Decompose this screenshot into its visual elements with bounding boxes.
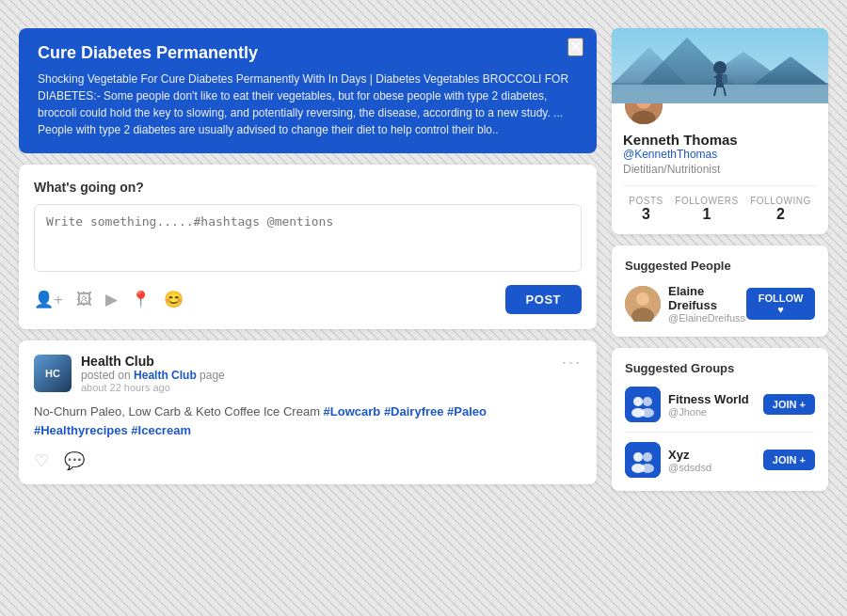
svg-point-25 — [643, 452, 652, 462]
group-text-1: Fitness World @Jhone — [668, 392, 749, 418]
right-column: Kenneth Thomas @KennethThomas Dietitian/… — [612, 28, 828, 491]
cover-scene — [612, 28, 828, 103]
stat-posts: POSTS 3 — [629, 196, 663, 223]
suggested-people-heading: Suggested People — [625, 259, 815, 273]
stat-following-value: 2 — [750, 206, 811, 223]
main-container: ✕ Cure Diabetes Permanently Shocking Veg… — [19, 19, 828, 500]
group-handle-2: @sdsdsd — [668, 462, 711, 473]
group-name-1: Fitness World — [668, 392, 749, 406]
profile-role: Dietitian/Nutritionist — [623, 163, 817, 176]
emoji-icon[interactable]: 😊 — [164, 290, 184, 309]
profile-handle: @KennethThomas — [623, 148, 817, 161]
svg-rect-11 — [722, 74, 727, 84]
ad-close-button[interactable]: ✕ — [567, 38, 583, 56]
group-handle-1: @Jhone — [668, 406, 749, 418]
group-text-2: Xyz @sdsdsd — [668, 448, 711, 473]
post-heading: What's going on? — [34, 180, 582, 195]
like-icon[interactable]: ♡ — [34, 450, 49, 471]
video-icon[interactable]: ▶ — [105, 290, 118, 309]
location-icon[interactable]: 📍 — [131, 290, 151, 309]
feed-post-source: posted on Health Club page — [81, 369, 225, 382]
suggested-person-avatar — [625, 286, 661, 322]
profile-info: Kenneth Thomas @KennethThomas Dietitian/… — [612, 85, 828, 234]
ad-body: Shocking Vegetable For Cure Diabetes Per… — [38, 71, 578, 138]
divider — [625, 432, 815, 433]
feed-content: No-Churn Paleo, Low Carb & Keto Coffee I… — [34, 403, 582, 439]
suggested-group-info-2: Xyz @sdsdsd — [625, 442, 711, 478]
suggested-person-item: Elaine Dreifuss @ElaineDreifuss FOLLOW ♥ — [625, 284, 815, 324]
svg-point-6 — [713, 61, 727, 74]
post-box: What's going on? 👤+ 🖼 ▶ 📍 😊 POST — [19, 165, 597, 329]
comment-icon[interactable]: 💬 — [64, 450, 85, 471]
feed-author-avatar: HC — [34, 355, 72, 392]
group-avatar-1 — [625, 387, 661, 422]
join-button-1[interactable]: JOIN + — [763, 394, 815, 415]
feed-more-button[interactable]: ··· — [562, 354, 582, 371]
svg-point-22 — [641, 408, 654, 418]
stat-followers-value: 1 — [675, 206, 738, 223]
svg-point-19 — [633, 397, 643, 406]
post-actions: 👤+ 🖼 ▶ 📍 😊 POST — [34, 285, 582, 314]
stat-posts-value: 3 — [629, 206, 663, 223]
stat-followers-label: FOLLOWERS — [675, 196, 738, 206]
suggested-group-item-2: Xyz @sdsdsd JOIN + — [625, 442, 815, 478]
suggested-group-item-1: Fitness World @Jhone JOIN + — [625, 387, 815, 422]
join-button-2[interactable]: JOIN + — [763, 450, 815, 470]
image-icon[interactable]: 🖼 — [76, 291, 92, 309]
post-icons: 👤+ 🖼 ▶ 📍 😊 — [34, 290, 184, 309]
svg-point-16 — [636, 292, 649, 306]
add-person-icon[interactable]: 👤+ — [34, 290, 63, 309]
left-column: ✕ Cure Diabetes Permanently Shocking Veg… — [19, 28, 597, 491]
profile-cover — [612, 28, 828, 103]
feed-text: No-Churn Paleo, Low Carb & Keto Coffee I… — [34, 404, 320, 419]
suggested-person: Elaine Dreifuss @ElaineDreifuss — [625, 284, 746, 324]
svg-point-20 — [643, 397, 652, 406]
ad-banner: ✕ Cure Diabetes Permanently Shocking Veg… — [19, 28, 597, 153]
stat-following: FOLLOWING 2 — [750, 196, 811, 223]
feed-timestamp: about 22 hours ago — [81, 382, 225, 393]
feed-header: HC Health Club posted on Health Club pag… — [34, 354, 582, 393]
suggested-groups-heading: Suggested Groups — [625, 361, 815, 375]
suggested-group-info-1: Fitness World @Jhone — [625, 387, 749, 422]
feed-card: HC Health Club posted on Health Club pag… — [19, 340, 597, 484]
ad-title: Cure Diabetes Permanently — [38, 43, 578, 63]
stat-followers: FOLLOWERS 1 — [675, 196, 738, 223]
stat-posts-label: POSTS — [629, 196, 663, 206]
feed-author-info: Health Club posted on Health Club page a… — [81, 354, 225, 393]
svg-point-27 — [641, 464, 654, 473]
post-button[interactable]: POST — [505, 285, 582, 314]
group-avatar-2 — [625, 442, 661, 478]
suggested-people-card: Suggested People Elaine Dreifuss @Elaine… — [612, 245, 828, 337]
feed-page-link[interactable]: Health Club — [134, 369, 197, 382]
profile-stats: POSTS 3 FOLLOWERS 1 FOLLOWING 2 — [623, 185, 817, 223]
suggested-person-handle: @ElaineDreifuss — [668, 312, 746, 324]
feed-author-name: Health Club — [81, 354, 225, 369]
post-textarea[interactable] — [34, 204, 582, 272]
feed-author: HC Health Club posted on Health Club pag… — [34, 354, 225, 393]
group-name-2: Xyz — [668, 448, 711, 462]
feed-footer: ♡ 💬 — [34, 450, 582, 471]
profile-card: Kenneth Thomas @KennethThomas Dietitian/… — [612, 28, 828, 234]
follow-button[interactable]: FOLLOW ♥ — [746, 288, 815, 320]
suggested-person-name: Elaine Dreifuss — [668, 284, 746, 312]
svg-point-24 — [633, 452, 643, 462]
suggested-groups-card: Suggested Groups Fitness World — [612, 348, 828, 491]
svg-rect-23 — [625, 442, 661, 478]
stat-following-label: FOLLOWING — [750, 196, 811, 206]
profile-name: Kenneth Thomas — [623, 132, 817, 148]
suggested-person-info: Elaine Dreifuss @ElaineDreifuss — [668, 284, 746, 324]
avatar-image: HC — [34, 355, 72, 392]
svg-rect-18 — [625, 387, 661, 422]
